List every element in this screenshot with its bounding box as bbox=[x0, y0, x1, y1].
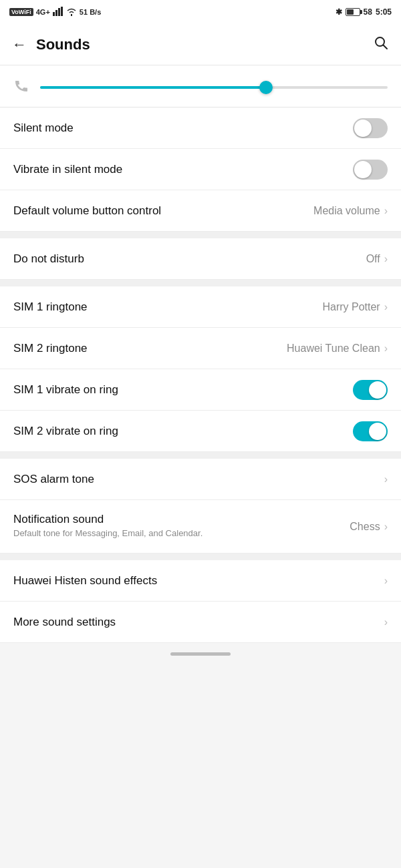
huawei-histen-label-wrap: Huawei Histen sound effects bbox=[13, 574, 383, 588]
svg-rect-0 bbox=[53, 12, 55, 16]
default-volume-btn-row[interactable]: Default volume button control Media volu… bbox=[0, 190, 401, 232]
default-volume-btn-label: Default volume button control bbox=[13, 204, 313, 218]
sim2-vibrate-label-wrap: SIM 2 vibrate on ring bbox=[13, 425, 353, 438]
notification-sound-sublabel: Default tone for Messaging, Email, and C… bbox=[13, 527, 227, 539]
chevron-icon: › bbox=[384, 473, 388, 485]
default-volume-btn-value: Media volume › bbox=[313, 205, 388, 217]
vowifi-badge: VoWiFi bbox=[9, 8, 33, 16]
chevron-icon: › bbox=[384, 575, 388, 587]
sim1-vibrate-label: SIM 1 vibrate on ring bbox=[13, 383, 353, 397]
sim2-ringtone-label: SIM 2 ringtone bbox=[13, 342, 287, 355]
svg-line-5 bbox=[384, 45, 388, 49]
sim2-vibrate-label: SIM 2 vibrate on ring bbox=[13, 425, 353, 438]
vibrate-silent-toggle[interactable] bbox=[353, 160, 388, 180]
vibrate-silent-row[interactable]: Vibrate in silent mode bbox=[0, 149, 401, 190]
slider-fill bbox=[40, 86, 266, 89]
vibrate-silent-label-wrap: Vibrate in silent mode bbox=[13, 163, 353, 176]
bottom-nav bbox=[0, 643, 401, 669]
do-not-disturb-value: Off › bbox=[366, 253, 388, 265]
chevron-icon: › bbox=[384, 343, 388, 355]
section-divider-4 bbox=[0, 554, 401, 560]
huawei-histen-value: › bbox=[383, 575, 388, 587]
bluetooth-icon: ✱ bbox=[336, 7, 342, 17]
sim2-ringtone-label-wrap: SIM 2 ringtone bbox=[13, 342, 287, 355]
silent-mode-label: Silent mode bbox=[13, 122, 353, 135]
sos-alarm-label: SOS alarm tone bbox=[13, 473, 383, 486]
wifi-icon bbox=[66, 7, 77, 17]
sim2-vibrate-toggle[interactable] bbox=[353, 421, 388, 441]
notification-sound-label: Notification sound bbox=[13, 513, 350, 526]
section-divider-1 bbox=[0, 232, 401, 238]
sim1-ringtone-value: Harry Potter › bbox=[322, 301, 388, 313]
sim1-vibrate-label-wrap: SIM 1 vibrate on ring bbox=[13, 383, 353, 397]
sim1-ringtone-label: SIM 1 ringtone bbox=[13, 300, 322, 314]
page-header: ← Sounds bbox=[0, 24, 401, 65]
sos-alarm-row[interactable]: SOS alarm tone › bbox=[0, 459, 401, 500]
sim2-vibrate-toggle-thumb bbox=[369, 423, 386, 440]
home-pill[interactable] bbox=[170, 652, 231, 656]
svg-rect-3 bbox=[61, 7, 63, 16]
page-title: Sounds bbox=[36, 36, 90, 53]
volume-slider[interactable] bbox=[40, 81, 388, 94]
notification-sound-value: Chess › bbox=[350, 521, 388, 533]
status-left: VoWiFi 4G+ 51 B/s bbox=[9, 7, 101, 17]
more-sound-settings-value: › bbox=[383, 616, 388, 628]
do-not-disturb-label: Do not disturb bbox=[13, 252, 366, 266]
battery-icon bbox=[346, 8, 360, 16]
signal-icon bbox=[53, 7, 63, 17]
chevron-icon: › bbox=[384, 253, 388, 265]
sim1-ringtone-label-wrap: SIM 1 ringtone bbox=[13, 300, 322, 314]
sim1-vibrate-row[interactable]: SIM 1 vibrate on ring bbox=[0, 369, 401, 411]
vibrate-silent-label: Vibrate in silent mode bbox=[13, 163, 353, 176]
sim2-vibrate-row[interactable]: SIM 2 vibrate on ring bbox=[0, 411, 401, 452]
back-button[interactable]: ← bbox=[12, 36, 27, 53]
network-speed: 51 B/s bbox=[80, 8, 101, 16]
silent-mode-label-wrap: Silent mode bbox=[13, 122, 353, 135]
sim1-vibrate-toggle-thumb bbox=[369, 381, 386, 399]
silent-mode-toggle[interactable] bbox=[353, 118, 388, 138]
vibrate-silent-toggle-thumb bbox=[354, 161, 372, 178]
sim1-ringtone-value-text: Harry Potter bbox=[322, 301, 380, 313]
search-button[interactable] bbox=[373, 35, 389, 55]
phone-icon bbox=[13, 77, 29, 97]
silent-mode-toggle-thumb bbox=[354, 120, 372, 137]
chevron-icon: › bbox=[384, 205, 388, 217]
slider-track bbox=[40, 86, 388, 89]
notification-sound-row[interactable]: Notification sound Default tone for Mess… bbox=[0, 500, 401, 554]
sim1-ringtone-row[interactable]: SIM 1 ringtone Harry Potter › bbox=[0, 286, 401, 328]
chevron-icon: › bbox=[384, 301, 388, 313]
silent-mode-row[interactable]: Silent mode bbox=[0, 107, 401, 149]
do-not-disturb-value-text: Off bbox=[366, 253, 380, 265]
section-divider-2 bbox=[0, 280, 401, 286]
section-divider-3 bbox=[0, 452, 401, 459]
more-sound-settings-label: More sound settings bbox=[13, 616, 383, 629]
sim1-vibrate-toggle[interactable] bbox=[353, 380, 388, 400]
chevron-icon: › bbox=[384, 521, 388, 533]
notification-sound-label-wrap: Notification sound Default tone for Mess… bbox=[13, 513, 350, 539]
sim2-ringtone-value: Huawei Tune Clean › bbox=[287, 343, 388, 355]
sos-alarm-value: › bbox=[383, 473, 388, 485]
chevron-icon: › bbox=[384, 616, 388, 628]
do-not-disturb-label-wrap: Do not disturb bbox=[13, 252, 366, 266]
notification-sound-value-text: Chess bbox=[350, 521, 380, 533]
sim2-ringtone-row[interactable]: SIM 2 ringtone Huawei Tune Clean › bbox=[0, 328, 401, 369]
svg-rect-1 bbox=[55, 10, 57, 16]
huawei-histen-row[interactable]: Huawei Histen sound effects › bbox=[0, 560, 401, 602]
more-sound-settings-row[interactable]: More sound settings › bbox=[0, 602, 401, 643]
svg-rect-2 bbox=[58, 8, 60, 16]
default-volume-btn-label-wrap: Default volume button control bbox=[13, 204, 313, 218]
clock: 5:05 bbox=[376, 7, 392, 17]
sos-alarm-label-wrap: SOS alarm tone bbox=[13, 473, 383, 486]
status-bar: VoWiFi 4G+ 51 B/s ✱ 58 5:05 bbox=[0, 0, 401, 24]
default-volume-btn-value-text: Media volume bbox=[313, 205, 380, 217]
header-left: ← Sounds bbox=[12, 36, 90, 53]
network-type: 4G+ bbox=[36, 8, 50, 16]
battery-percent: 58 bbox=[364, 7, 372, 17]
do-not-disturb-row[interactable]: Do not disturb Off › bbox=[0, 238, 401, 280]
sim2-ringtone-value-text: Huawei Tune Clean bbox=[287, 343, 380, 355]
more-sound-settings-label-wrap: More sound settings bbox=[13, 616, 383, 629]
status-right: ✱ 58 5:05 bbox=[336, 7, 392, 17]
settings-list: Silent mode Vibrate in silent mode Defau… bbox=[0, 107, 401, 643]
slider-thumb[interactable] bbox=[259, 81, 273, 94]
huawei-histen-label: Huawei Histen sound effects bbox=[13, 574, 383, 588]
